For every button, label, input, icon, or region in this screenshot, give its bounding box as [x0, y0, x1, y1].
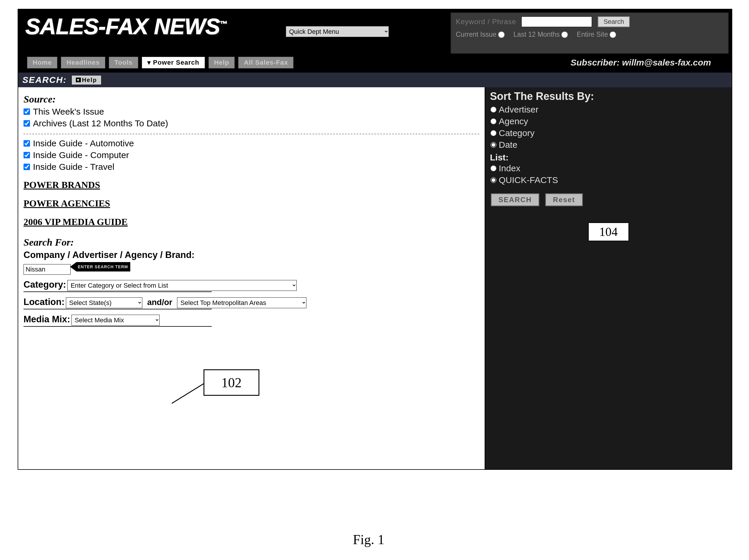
trademark: ™: [220, 19, 227, 28]
media-mix-label: Media Mix:: [23, 314, 70, 324]
source-guide-auto[interactable]: Inside Guide - Automotive: [23, 138, 479, 148]
nav-power-search[interactable]: ▾ Power Search: [142, 57, 205, 68]
annotation-104: 104: [588, 222, 629, 241]
top-search-panel: Keyword / Phrase Search Current Issue La…: [451, 12, 729, 54]
source-archives[interactable]: Archives (Last 12 Months To Date): [23, 118, 479, 128]
nav-home[interactable]: Home: [27, 57, 57, 68]
sort-agency[interactable]: Agency: [485, 115, 732, 127]
company-input[interactable]: [23, 264, 70, 275]
nav-all-salesfax[interactable]: All Sales-Fax: [238, 57, 294, 68]
reset-button[interactable]: Reset: [545, 193, 583, 206]
top-search-button[interactable]: Search: [597, 16, 630, 28]
nav-bar: Home Headlines Tools ▾ Power Search Help…: [18, 54, 732, 72]
source-heading: Source:: [23, 94, 479, 105]
svg-line-0: [172, 383, 204, 403]
help-button[interactable]: Help: [71, 75, 102, 85]
quick-dept-menu[interactable]: Quick Dept Menu: [286, 26, 389, 37]
list-quick-facts[interactable]: QUICK-FACTS: [485, 174, 732, 186]
sort-category[interactable]: Category: [485, 127, 732, 139]
logo: SALES-FAX NEWS™: [18, 9, 242, 54]
link-power-agencies[interactable]: POWER AGENCIES: [23, 198, 110, 209]
nav-headlines[interactable]: Headlines: [61, 57, 105, 68]
annotation-102: 102: [204, 369, 259, 396]
metro-select[interactable]: Select Top Metropolitan Areas: [177, 297, 306, 308]
media-underline: [23, 326, 212, 327]
list-index[interactable]: Index: [485, 162, 732, 174]
state-select[interactable]: Select State(s): [66, 297, 142, 308]
link-power-brands[interactable]: POWER BRANDS: [23, 180, 100, 191]
link-vip-media-guide[interactable]: 2006 VIP MEDIA GUIDE: [23, 217, 128, 227]
sort-panel: Sort The Results By: Advertiser Agency C…: [485, 87, 732, 469]
search-for-heading: Search For:: [23, 237, 479, 248]
search-section-header: SEARCH: Help: [18, 72, 732, 87]
list-heading: List:: [485, 151, 732, 162]
location-underline: [23, 309, 212, 309]
media-mix-select[interactable]: Select Media Mix: [71, 315, 160, 326]
location-label: Location:: [23, 297, 65, 307]
source-this-week[interactable]: This Week's Issue: [23, 107, 479, 117]
and-or-label: and/or: [147, 298, 172, 307]
search-form-panel: Source: This Week's Issue Archives (Last…: [18, 87, 485, 469]
logo-text: SALES-FAX NEWS: [25, 14, 220, 39]
cab-label: Company / Advertiser / Agency / Brand:: [23, 250, 479, 260]
nav-tools[interactable]: Tools: [109, 57, 138, 68]
scope-entire-site[interactable]: Entire Site: [577, 30, 616, 39]
sort-advertiser[interactable]: Advertiser: [485, 104, 732, 115]
scope-last-12[interactable]: Last 12 Months: [513, 30, 568, 39]
annotation-102-leader: [172, 383, 205, 404]
category-select[interactable]: Enter Category or Select from List: [67, 280, 297, 291]
keyword-input[interactable]: [521, 17, 592, 27]
sort-title: Sort The Results By:: [485, 87, 732, 104]
category-underline: [23, 291, 212, 292]
subscriber-info: Subscriber: willm@sales-fax.com: [297, 58, 723, 68]
search-button[interactable]: SEARCH: [491, 193, 540, 206]
figure-caption: Fig. 1: [353, 532, 384, 547]
keyword-label: Keyword / Phrase: [456, 18, 516, 26]
header: SALES-FAX NEWS™ Quick Dept Menu Keyword …: [18, 9, 732, 54]
sort-date[interactable]: Date: [485, 139, 732, 151]
source-guide-computer[interactable]: Inside Guide - Computer: [23, 150, 479, 160]
arrow-hint-icon: ENTER SEARCH TERM: [77, 262, 130, 271]
separator: [23, 134, 479, 134]
nav-help[interactable]: Help: [209, 57, 235, 68]
search-title: SEARCH:: [22, 75, 67, 85]
scope-current-issue[interactable]: Current Issue: [456, 30, 505, 39]
source-guide-travel[interactable]: Inside Guide - Travel: [23, 162, 479, 172]
category-label: Category:: [23, 279, 66, 290]
